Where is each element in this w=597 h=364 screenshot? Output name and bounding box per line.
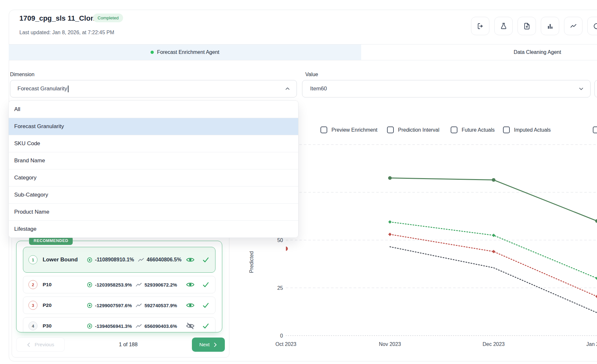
y-tick-label: 0: [280, 333, 283, 339]
target-icon: [87, 323, 93, 329]
model-metrics: -1299007597.6%592740537.9%: [87, 302, 183, 308]
experiment-flask-icon: [500, 22, 508, 30]
app-window: 1709_cpg_sls 11_Clone_5 Completed Last u…: [0, 0, 597, 364]
eye-icon[interactable]: [185, 257, 195, 263]
model-row-p30[interactable]: 4P30-1394056941.3%656090403.6%: [23, 317, 215, 332]
check-icon[interactable]: [202, 257, 210, 263]
model-row-p10[interactable]: 2P10-1203958253.9%529390672.2%: [23, 276, 215, 293]
rank-badge: 1: [28, 255, 37, 264]
agent-tab-bar: Forecast Enrichment AgentData Cleaning A…: [9, 44, 597, 60]
model-list-container: 1Lower Bound-1108908910.1%466040806.5%2P…: [16, 241, 222, 332]
dropdown-option-category[interactable]: Category: [9, 169, 298, 186]
value-select-text: Item60: [310, 86, 327, 92]
chevron-up-icon[interactable]: [284, 86, 291, 92]
rank-badge: 4: [28, 321, 37, 330]
previous-button[interactable]: Previous: [16, 338, 65, 352]
series-solid-green-marker: [595, 219, 597, 223]
rank-badge: 3: [28, 301, 37, 310]
dropdown-option-all[interactable]: All: [9, 101, 298, 118]
trend-icon: [136, 303, 142, 308]
check-icon[interactable]: [202, 302, 210, 308]
series-dotted-green-marker: [595, 277, 597, 280]
chevron-left-icon: [26, 342, 31, 347]
eye-icon[interactable]: [185, 281, 195, 288]
trend-icon: [136, 324, 142, 329]
model-metrics: -1203958253.9%529390672.2%: [87, 282, 183, 288]
refresh-button[interactable]: [587, 17, 597, 35]
bar-chart-button[interactable]: [541, 17, 559, 35]
x-tick-label: Dec 2023: [483, 341, 505, 347]
check-icon[interactable]: [202, 323, 210, 329]
rank-badge: 2: [28, 280, 37, 289]
series-dotted-red: [390, 234, 597, 296]
model-row-p20[interactable]: 3P20-1299007597.6%592740537.9%: [23, 297, 215, 314]
checkbox-box: [593, 126, 597, 133]
dropdown-option-lifestage[interactable]: Lifestage: [9, 220, 298, 238]
next-button[interactable]: Next: [192, 338, 225, 352]
series-solid-green-marker: [492, 178, 495, 182]
dropdown-option-sub-category[interactable]: Sub-Category: [9, 186, 298, 203]
x-tick-label: Nov 2023: [379, 341, 401, 347]
dropdown-option-product-name[interactable]: Product Name: [9, 203, 298, 220]
trend-line-icon: [570, 22, 577, 30]
trend-icon: [138, 258, 144, 262]
checkbox-label: Future Actuals: [462, 127, 495, 133]
series-dotted-green-marker: [492, 234, 495, 237]
dropdown-option-brand-name[interactable]: Brand Name: [9, 152, 298, 169]
dropdown-option-sku-code[interactable]: SKU Code: [9, 135, 298, 152]
checkbox-box: [451, 126, 457, 133]
checkbox-future-actuals[interactable]: Future Actuals: [451, 126, 495, 133]
checkbox-preview-enrichment[interactable]: Preview Enrichment: [320, 126, 377, 133]
experiment-flask-button[interactable]: [494, 17, 513, 35]
trend-icon: [136, 282, 142, 287]
chevron-right-icon: [213, 342, 217, 347]
status-badge: Completed: [93, 14, 123, 22]
active-tab-dot-icon: [151, 51, 154, 54]
metric-1-value: -1203958253.9%: [95, 282, 132, 288]
metric-2-value: 592740537.9%: [144, 303, 177, 308]
series-dotted-green-marker: [388, 220, 392, 224]
x-tick-label: Jan 2024: [586, 341, 597, 347]
series-solid-green: [390, 178, 597, 221]
trend-line-button[interactable]: [564, 17, 582, 35]
model-name: P20: [43, 302, 87, 308]
model-row-lower-bound[interactable]: 1Lower Bound-1108908910.1%466040806.5%: [23, 247, 215, 273]
checkbox-prediction-interval[interactable]: Prediction Interval: [387, 126, 439, 133]
export-button[interactable]: [471, 17, 489, 35]
tab-data-cleaning-agent[interactable]: Data Cleaning Agent: [361, 45, 597, 60]
check-icon[interactable]: [202, 281, 210, 288]
export-icon: [477, 22, 484, 30]
dropdown-option-forecast-granularity[interactable]: Forecast Granularity: [9, 118, 298, 135]
y-tick-label: 25: [277, 285, 283, 291]
toolbar: [471, 17, 597, 35]
checkbox-clipped[interactable]: [593, 126, 597, 133]
add-report-button[interactable]: [518, 17, 536, 35]
checkbox-label: Prediction Interval: [398, 127, 439, 133]
tab-forecast-enrichment-agent[interactable]: Forecast Enrichment Agent: [9, 45, 361, 60]
dimension-input[interactable]: Forecast Granularity: [10, 80, 297, 97]
model-name: P30: [43, 323, 87, 329]
eye-icon[interactable]: [185, 302, 195, 308]
series-dotted-red-marker: [492, 250, 495, 253]
pagination: Previous 1 of 188 Next: [12, 338, 229, 352]
clipped-control[interactable]: [594, 80, 597, 97]
x-tick-label: Oct 2023: [276, 341, 297, 347]
target-icon: [87, 257, 93, 263]
target-icon: [87, 282, 93, 288]
dimension-label: Dimension: [10, 72, 35, 77]
bar-chart-icon: [546, 22, 554, 30]
dimension-dropdown: AllForecast GranularitySKU CodeBrand Nam…: [8, 100, 298, 238]
value-label: Value: [305, 72, 318, 77]
value-select[interactable]: Item60: [302, 80, 591, 97]
eye-off-icon[interactable]: [185, 323, 195, 329]
last-updated-text: Last updated: Jan 8, 2026, at 7:22:45 PM: [19, 30, 114, 35]
series-dotted-red-marker: [595, 295, 597, 298]
series-dotted-red-marker: [388, 233, 392, 236]
metric-1-value: -1394056941.3%: [95, 323, 132, 329]
checkbox-imputed-actuals[interactable]: Imputed Actuals: [503, 126, 551, 133]
model-name: P10: [43, 282, 87, 288]
chevron-down-icon[interactable]: [578, 86, 584, 92]
metric-1-value: -1299007597.6%: [95, 303, 132, 308]
metric-2-value: 656090403.6%: [144, 323, 177, 329]
add-report-icon: [523, 22, 531, 30]
